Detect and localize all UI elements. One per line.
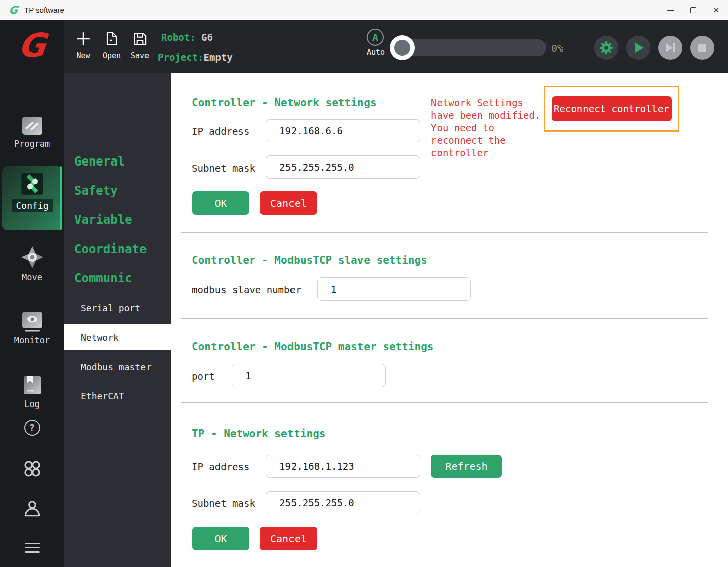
- project-label: Project:: [158, 52, 204, 63]
- ip-address-label: IP address: [192, 461, 249, 472]
- speed-slider-knob[interactable]: [390, 35, 415, 60]
- top-toolbar: New Open Save Robot: G6 Project:Empty A …: [64, 20, 728, 73]
- tp-ok-button[interactable]: OK: [192, 527, 249, 550]
- close-icon: ✕: [713, 6, 720, 15]
- help-glyph: ?: [29, 422, 35, 433]
- network-settings-panel: Controller - Network settings IP address…: [171, 73, 728, 567]
- play-button[interactable]: [626, 36, 650, 60]
- section-title: Controller - Network settings: [192, 97, 377, 109]
- step-button[interactable]: [658, 36, 682, 60]
- sidebar-item-label: Program: [0, 139, 64, 149]
- step-forward-icon: [664, 41, 677, 54]
- sidebar-item-label: Log: [0, 399, 64, 409]
- primary-sidebar: G Program Config Move: [0, 20, 64, 567]
- nav-item-variable[interactable]: Variable: [74, 213, 132, 227]
- robot-status: Robot: G6: [161, 32, 213, 43]
- close-button[interactable]: ✕: [705, 0, 728, 20]
- modbus-slave-number-input[interactable]: [317, 277, 471, 301]
- nav-item-modbus-master[interactable]: Modbus master: [81, 362, 152, 372]
- nav-item-coordinate[interactable]: Coordinate: [74, 242, 147, 256]
- subnet-mask-label: Subnet mask: [192, 498, 255, 509]
- reconnect-highlight-box: Reconnect controller: [544, 86, 679, 132]
- project-status: Project:Empty: [158, 52, 233, 63]
- tp-mask-input[interactable]: [266, 491, 420, 514]
- save-icon: [125, 29, 155, 49]
- nav-item-serial-port[interactable]: Serial port: [81, 303, 140, 313]
- nav-item-network-label: Network: [81, 332, 119, 343]
- nav-item-communic[interactable]: Communic: [74, 271, 132, 285]
- play-icon: [632, 41, 645, 54]
- app-window: G TP software ✕ G Program Config: [0, 0, 728, 567]
- settings-button[interactable]: [594, 36, 618, 60]
- controller-ok-button[interactable]: OK: [192, 191, 249, 215]
- open-button[interactable]: Open: [97, 29, 127, 60]
- nav-item-safety[interactable]: Safety: [74, 184, 118, 198]
- nav-item-network[interactable]: Network: [64, 324, 171, 350]
- refresh-button[interactable]: Refresh: [431, 455, 502, 478]
- new-button[interactable]: New: [68, 29, 98, 60]
- auto-mode-button[interactable]: A Auto: [367, 29, 384, 57]
- robot-value: G6: [201, 32, 213, 43]
- save-button[interactable]: Save: [125, 29, 155, 60]
- sidebar-item-monitor[interactable]: Monitor: [0, 311, 64, 345]
- new-label: New: [68, 51, 98, 60]
- sidebar-item-label: Config: [12, 199, 52, 212]
- port-label: port: [192, 371, 215, 382]
- app-logo-icon: G: [7, 4, 20, 16]
- sidebar-item-log[interactable]: Log: [0, 375, 64, 409]
- auto-glyph: A: [372, 31, 378, 43]
- controller-network-section: Controller - Network settings IP address…: [171, 73, 728, 232]
- gear-icon: [599, 40, 614, 55]
- apps-button[interactable]: [0, 459, 64, 478]
- window-title: TP software: [24, 6, 64, 14]
- maximize-button[interactable]: [682, 0, 705, 20]
- section-title: Controller - ModbusTCP slave settings: [192, 254, 427, 266]
- menu-button[interactable]: [0, 540, 64, 556]
- sidebar-item-label: Move: [0, 272, 64, 282]
- stop-button[interactable]: [690, 36, 714, 60]
- help-button[interactable]: ?: [0, 420, 64, 436]
- controller-cancel-button[interactable]: Cancel: [260, 191, 317, 215]
- sidebar-item-config[interactable]: Config: [2, 166, 62, 230]
- move-icon: [0, 245, 64, 269]
- modbus-master-port-input[interactable]: [232, 364, 386, 387]
- reconnect-controller-button[interactable]: Reconnect controller: [552, 96, 672, 121]
- section-title: Controller - ModbusTCP master settings: [192, 341, 433, 353]
- auto-mode-icon: A: [367, 29, 384, 46]
- modbus-slave-section: Controller - ModbusTCP slave settings mo…: [171, 233, 728, 318]
- config-icon: [2, 171, 62, 196]
- nav-item-ethercat[interactable]: EtherCAT: [81, 391, 124, 401]
- ip-address-label: IP address: [192, 126, 249, 137]
- auto-mode-label: Auto: [367, 48, 384, 57]
- tp-network-section: TP - Network settings IP address Refresh…: [171, 403, 728, 567]
- log-icon: [0, 375, 64, 396]
- controller-mask-input[interactable]: [266, 155, 420, 179]
- robot-label: Robot:: [161, 32, 196, 43]
- controller-ip-input[interactable]: [266, 119, 420, 142]
- speed-slider-track[interactable]: [392, 39, 546, 56]
- nav-item-general[interactable]: General: [74, 154, 125, 169]
- section-title: TP - Network settings: [192, 428, 326, 440]
- maximize-icon: [690, 7, 696, 13]
- tp-ip-input[interactable]: [266, 455, 420, 478]
- save-label: Save: [125, 51, 155, 60]
- network-modified-warning: Network Settings have been modified. You…: [431, 97, 546, 159]
- open-label: Open: [97, 51, 127, 60]
- brand-logo-icon: G: [0, 29, 65, 62]
- config-nav: General Safety Variable Coordinate Commu…: [64, 73, 171, 567]
- tp-cancel-button[interactable]: Cancel: [260, 527, 317, 550]
- project-value: Empty: [204, 52, 233, 63]
- apps-icon: [23, 459, 42, 478]
- user-button[interactable]: [0, 499, 64, 518]
- program-icon: [0, 116, 64, 136]
- help-icon: ?: [24, 420, 40, 436]
- minimize-icon: [667, 10, 674, 11]
- subnet-mask-label: Subnet mask: [192, 163, 255, 174]
- minimize-button[interactable]: [659, 0, 682, 20]
- title-bar: G TP software ✕: [0, 0, 728, 20]
- sidebar-item-move[interactable]: Move: [0, 245, 64, 282]
- modbus-master-section: Controller - ModbusTCP master settings p…: [171, 318, 728, 403]
- modbus-slave-number-label: modbus slave number: [192, 284, 301, 295]
- open-icon: [97, 29, 127, 49]
- sidebar-item-program[interactable]: Program: [0, 116, 64, 149]
